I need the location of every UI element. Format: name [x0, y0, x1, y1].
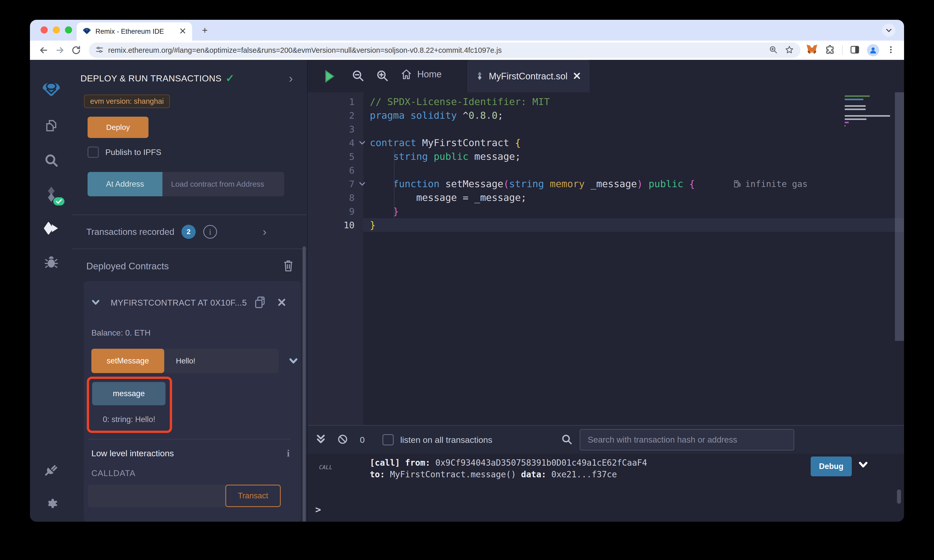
menu-dots-icon[interactable]	[886, 45, 895, 55]
listen-all-checkbox[interactable]	[382, 434, 394, 445]
browser-tab[interactable]: Remix - Ethereum IDE	[77, 22, 192, 41]
remix-logo	[42, 78, 60, 100]
compile-success-badge	[53, 197, 65, 205]
extensions-puzzle-icon[interactable]	[825, 45, 835, 56]
tune-icon[interactable]	[96, 46, 103, 55]
collapse-chevron-icon[interactable]	[91, 299, 100, 307]
bookmark-star-icon[interactable]	[785, 45, 794, 55]
search-icon[interactable]	[42, 152, 60, 168]
calldata-label: CALLDATA	[91, 468, 301, 478]
tab-file-active[interactable]: MyFirstContract.sol	[467, 60, 589, 92]
fold-chevron-icon[interactable]	[354, 140, 370, 146]
run-script-icon[interactable]	[324, 70, 335, 84]
url-text[interactable]: remix.ethereum.org/#lang=en&optimize=fal…	[108, 46, 769, 55]
at-address-input[interactable]	[162, 172, 284, 196]
editor-scrollbar[interactable]	[895, 92, 904, 341]
code-editor[interactable]: 1// SPDX-License-Identifier: MIT2pragma …	[308, 92, 904, 425]
settings-gear-icon[interactable]	[42, 495, 60, 512]
remix-favicon-icon	[83, 28, 91, 35]
tab-file-close-icon[interactable]	[573, 72, 581, 81]
panel-title: DEPLOY & RUN TRANSACTIONS	[80, 73, 222, 83]
forward-button[interactable]	[53, 43, 67, 57]
code-lines: 1// SPDX-License-Identifier: MIT2pragma …	[308, 95, 904, 232]
terminal-scrollbar[interactable]	[897, 489, 901, 504]
code-line[interactable]: 9 }	[308, 205, 904, 218]
zoom-page-icon[interactable]	[769, 45, 778, 55]
line-number: 6	[308, 165, 354, 175]
close-instance-icon[interactable]	[277, 298, 286, 308]
side-panel-icon[interactable]	[850, 45, 860, 56]
debugger-icon[interactable]	[42, 254, 60, 270]
transactions-expand-icon[interactable]: ›	[263, 225, 267, 238]
zoom-in-icon[interactable]	[376, 69, 389, 83]
zoom-window-button[interactable]	[65, 26, 72, 34]
line-number: 5	[308, 151, 354, 162]
trash-icon[interactable]	[282, 259, 294, 274]
copy-icon[interactable]	[254, 295, 266, 311]
pending-count: 0	[360, 435, 365, 445]
expand-args-chevron-icon[interactable]	[288, 349, 298, 373]
info-icon[interactable]: i	[287, 448, 290, 459]
code-line[interactable]: 8 message = _message;	[308, 191, 904, 205]
tutorial-highlight-box: message 0: string: Hello!	[87, 377, 172, 433]
info-icon[interactable]: i	[203, 225, 217, 238]
plugin-manager-icon[interactable]	[42, 462, 60, 478]
window-controls	[41, 26, 72, 34]
new-tab-button[interactable]: +	[199, 25, 211, 36]
toolbar-divider	[842, 45, 843, 55]
deploy-button[interactable]: Deploy	[88, 117, 148, 138]
code-line[interactable]: 3	[308, 122, 904, 136]
line-number: 2	[308, 110, 354, 121]
collapse-terminal-icon[interactable]	[316, 434, 326, 446]
tab-search-button[interactable]	[882, 24, 895, 37]
balance-label: Balance: 0. ETH	[91, 328, 301, 338]
url-bar[interactable]: remix.ethereum.org/#lang=en&optimize=fal…	[89, 43, 800, 58]
transact-button[interactable]: Transact	[225, 485, 281, 507]
clear-console-icon[interactable]	[337, 434, 348, 446]
panel-scrollbar[interactable]	[302, 246, 306, 522]
panel-expand-icon[interactable]: ›	[289, 73, 293, 83]
log-expand-chevron-icon[interactable]	[858, 461, 868, 470]
terminal-prompt[interactable]: >	[315, 504, 321, 515]
contract-instance-name[interactable]: MYFIRSTCONTRACT AT 0X10F...5	[111, 298, 247, 308]
terminal-search-input[interactable]	[580, 429, 794, 451]
code-line[interactable]: 1// SPDX-License-Identifier: MIT	[308, 95, 904, 109]
minimize-window-button[interactable]	[53, 26, 60, 34]
code-line[interactable]: 6	[308, 163, 904, 177]
publish-ipfs-label: Publish to IPFS	[105, 148, 162, 157]
toolbar-extensions	[806, 44, 897, 56]
at-address-button[interactable]: At Address	[88, 172, 162, 196]
deployed-contracts-title: Deployed Contracts	[86, 261, 169, 272]
tab-home[interactable]: Home	[401, 68, 442, 80]
close-window-button[interactable]	[41, 26, 48, 34]
file-explorer-icon[interactable]	[42, 118, 60, 134]
code-line[interactable]: 4contract MyFirstContract {	[308, 136, 904, 150]
tab-close-icon[interactable]	[179, 28, 186, 35]
fold-chevron-icon[interactable]	[354, 181, 370, 187]
profile-avatar[interactable]	[867, 44, 879, 56]
code-line[interactable]: 7 function setMessage(string memory _mes…	[308, 177, 904, 191]
solidity-compiler-icon[interactable]	[42, 186, 60, 202]
code-line[interactable]: 10}	[308, 218, 904, 232]
set-message-input[interactable]	[164, 349, 278, 373]
code-line[interactable]: 5 string public message;	[308, 150, 904, 163]
debug-button[interactable]: Debug	[811, 457, 852, 476]
back-button[interactable]	[37, 43, 51, 57]
terminal-log-lines[interactable]: [call] from: 0x9Cf934043aD350758391b0D01…	[370, 457, 647, 480]
code-line[interactable]: 2pragma solidity ^0.8.0;	[308, 109, 904, 122]
listen-all-label: listen on all transactions	[400, 435, 492, 445]
publish-ipfs-checkbox[interactable]	[88, 146, 99, 158]
message-button[interactable]: message	[92, 382, 165, 405]
calldata-input[interactable]	[88, 485, 226, 507]
set-message-button[interactable]: setMessage	[91, 349, 164, 373]
metamask-fox-icon[interactable]	[806, 44, 818, 56]
reload-button[interactable]	[69, 43, 83, 57]
deploy-run-icon[interactable]	[42, 220, 60, 236]
message-output: 0: string: Hello!	[103, 415, 170, 424]
call-tag: CALL	[319, 464, 333, 471]
line-number: 4	[308, 138, 354, 148]
browser-toolbar: remix.ethereum.org/#lang=en&optimize=fal…	[30, 41, 904, 60]
zoom-out-icon[interactable]	[351, 69, 364, 83]
editor-minimap[interactable]	[845, 95, 893, 128]
terminal: 0 listen on all transactions CALL [call]…	[308, 425, 904, 522]
